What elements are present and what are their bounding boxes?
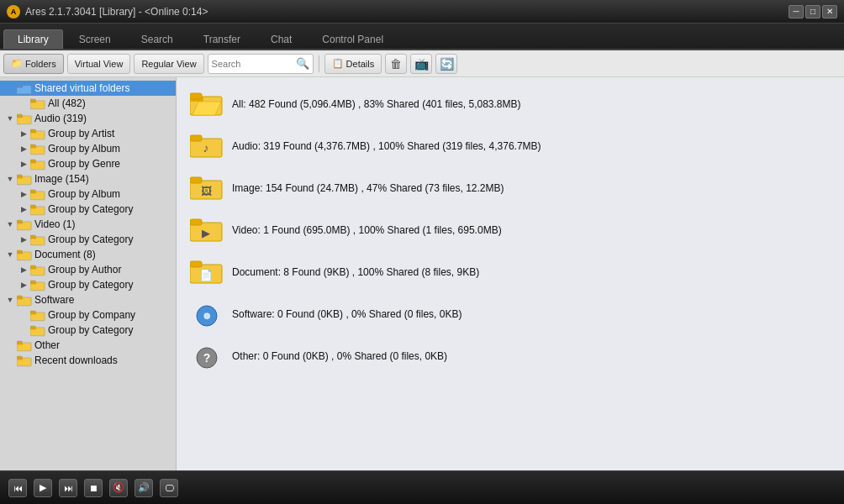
svg-rect-44 [17, 296, 22, 298]
content-item-document[interactable]: 📄 Document: 8 Found (9KB) , 100% Shared … [183, 252, 837, 292]
player-btn-5[interactable]: 🔊 [135, 479, 153, 497]
svg-text:🖼: 🖼 [201, 185, 212, 197]
content-item-video[interactable]: ▶ Video: 1 Found (695.0MB) , 100% Shared… [183, 210, 837, 250]
content-text-document: Document: 8 Found (9KB) , 100% Shared (8… [232, 266, 479, 278]
tab-library[interactable]: Library [3, 29, 63, 49]
svg-rect-59 [190, 93, 202, 99]
svg-rect-41 [30, 281, 35, 283]
player-btn-4[interactable]: 🔇 [109, 479, 128, 497]
details-button[interactable]: 📋 Details [324, 54, 382, 74]
search-icon[interactable]: 🔍 [296, 57, 309, 70]
sidebar-item-image-category[interactable]: ▶ Group by Category [0, 202, 176, 217]
content-panel: All: 482 Found (5,096.4MB) , 83% Shared … [177, 77, 844, 470]
folder-icon-software-category [30, 324, 45, 337]
expander-image-album: ▶ [17, 187, 30, 201]
player-btn-3[interactable]: ⏹ [84, 479, 103, 497]
minimize-button[interactable]: ─ [789, 5, 804, 18]
folder-icon-image-category [30, 203, 45, 216]
folders-icon: 📁 [11, 58, 23, 69]
content-icon-video: ▶ [190, 215, 224, 245]
folder-icon-software-company [30, 309, 45, 322]
content-item-other[interactable]: ? Other: 0 Found (0KB) , 0% Shared (0 fi… [183, 336, 837, 376]
svg-rect-47 [30, 311, 35, 313]
content-icon-other: ? [190, 341, 224, 371]
sidebar-item-shared-virtual-folders[interactable]: Shared virtual folders [0, 81, 176, 96]
sidebar-item-video-category[interactable]: ▶ Group by Category [0, 232, 176, 247]
expander-image: ▼ [3, 172, 17, 186]
folders-button[interactable]: 📁 Folders [3, 54, 64, 74]
sidebar-item-other[interactable]: Other [0, 338, 176, 353]
folder-icon-document [17, 249, 32, 261]
content-item-audio[interactable]: ♪ Audio: 319 Found (4,376.7MB) , 100% Sh… [183, 126, 837, 166]
sidebar-item-software-category[interactable]: Group by Category [0, 323, 176, 338]
search-box[interactable]: 🔍 [208, 54, 314, 74]
content-text-all: All: 482 Found (5,096.4MB) , 83% Shared … [232, 98, 521, 110]
tab-search[interactable]: Search [127, 29, 187, 49]
svg-rect-11 [30, 129, 35, 132]
svg-rect-20 [17, 175, 22, 177]
expander-software-company [17, 308, 30, 322]
svg-rect-17 [30, 160, 35, 162]
content-text-video: Video: 1 Found (695.0MB) , 100% Shared (… [232, 224, 502, 236]
content-item-image[interactable]: 🖼 Image: 154 Found (24.7MB) , 47% Shared… [183, 168, 837, 208]
svg-rect-71 [190, 261, 202, 267]
svg-rect-35 [17, 250, 22, 253]
sidebar-label-image: Image (154) [34, 173, 89, 185]
player-btn-1[interactable]: ▶ [34, 479, 52, 497]
svg-rect-8 [17, 114, 22, 117]
main-panel: Shared virtual folders All (482)▼ Audio … [0, 77, 844, 470]
sidebar-label-document-category: Group by Category [48, 279, 133, 291]
svg-rect-65 [190, 177, 202, 183]
tab-screen[interactable]: Screen [65, 29, 125, 49]
expander-audio-artist: ▶ [17, 127, 30, 140]
expander-image-category: ▶ [17, 202, 30, 216]
sidebar-label-audio-genre: Group by Genre [48, 158, 120, 170]
svg-rect-38 [30, 265, 35, 268]
player-btn-0[interactable]: ⏮ [8, 479, 27, 497]
folder-icon-other [17, 339, 32, 352]
delete-button[interactable]: 🗑 [385, 54, 407, 74]
content-item-all[interactable]: All: 482 Found (5,096.4MB) , 83% Shared … [183, 84, 837, 124]
sidebar: Shared virtual folders All (482)▼ Audio … [0, 77, 177, 470]
folder-icon-shared-virtual-folders [17, 82, 32, 95]
sidebar-item-recent-downloads[interactable]: Recent downloads [0, 353, 176, 368]
content-item-software[interactable]: ⚙ Software: 0 Found (0KB) , 0% Shared (0… [183, 294, 837, 334]
svg-text:♪: ♪ [203, 141, 209, 155]
regular-view-button[interactable]: Regular View [134, 54, 203, 74]
player-btn-6[interactable]: 🖵 [160, 479, 178, 497]
sidebar-label-all: All (482) [48, 97, 86, 109]
nav-tabs: LibraryScreenSearchTransferChatControl P… [0, 24, 844, 50]
sidebar-item-audio[interactable]: ▼ Audio (319) [0, 111, 176, 126]
sidebar-item-audio-album[interactable]: ▶ Group by Album [0, 141, 176, 156]
sidebar-item-audio-artist[interactable]: ▶ Group by Artist [0, 126, 176, 141]
sidebar-item-audio-genre[interactable]: ▶ Group by Genre [0, 156, 176, 171]
svg-text:⚙: ⚙ [203, 312, 211, 321]
sidebar-item-document[interactable]: ▼ Document (8) [0, 247, 176, 262]
sidebar-item-image-album[interactable]: ▶ Group by Album [0, 186, 176, 202]
sidebar-item-software-company[interactable]: Group by Company [0, 307, 176, 323]
refresh-button[interactable]: 🔄 [435, 54, 457, 74]
folder-icon-document-category [30, 279, 45, 291]
sidebar-item-document-category[interactable]: ▶ Group by Category [0, 277, 176, 292]
sidebar-item-software[interactable]: ▼ Software [0, 292, 176, 307]
tab-chat[interactable]: Chat [256, 29, 306, 49]
maximize-button[interactable]: □ [805, 5, 820, 18]
monitor-button[interactable]: 📺 [410, 54, 432, 74]
expander-audio-album: ▶ [17, 142, 30, 155]
sidebar-label-software-company: Group by Company [48, 309, 135, 321]
folder-icon-image-album [30, 188, 45, 201]
window-controls: ─ □ ✕ [789, 5, 837, 18]
sidebar-item-video[interactable]: ▼ Video (1) [0, 217, 176, 232]
tab-transfer[interactable]: Transfer [189, 29, 255, 49]
svg-rect-26 [30, 205, 35, 207]
content-text-audio: Audio: 319 Found (4,376.7MB) , 100% Shar… [232, 140, 541, 152]
search-input[interactable] [212, 59, 296, 69]
virtual-view-button[interactable]: Virtual View [67, 54, 131, 74]
tab-control-panel[interactable]: Control Panel [308, 29, 398, 49]
close-button[interactable]: ✕ [822, 5, 837, 18]
sidebar-item-image[interactable]: ▼ Image (154) [0, 171, 176, 186]
sidebar-item-all[interactable]: All (482) [0, 96, 176, 111]
player-btn-2[interactable]: ⏭ [59, 479, 77, 497]
svg-rect-56 [17, 356, 22, 359]
sidebar-item-document-author[interactable]: ▶ Group by Author [0, 262, 176, 277]
